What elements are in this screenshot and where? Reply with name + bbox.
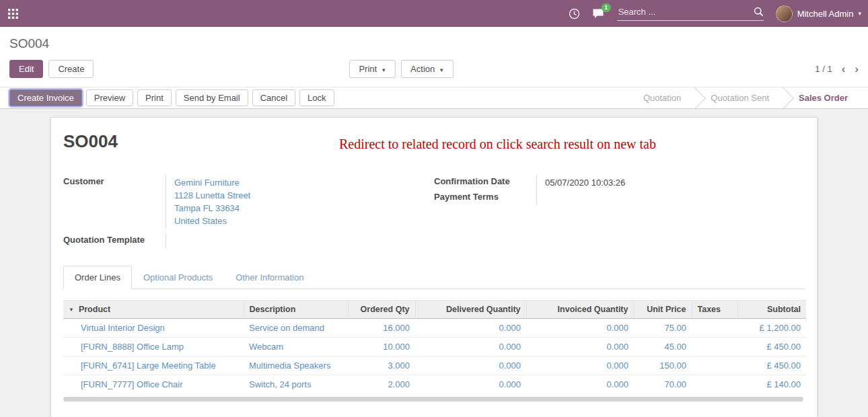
cell-delivered-qty: 0.000 bbox=[415, 319, 526, 338]
chevron-down-icon: ▾ bbox=[858, 10, 861, 17]
messages-count-badge: 1 bbox=[602, 3, 611, 12]
sales-order-sheet: SO004 Redirect to related record on clic… bbox=[50, 117, 818, 417]
customer-address-line: 1128 Lunetta Street bbox=[174, 189, 434, 202]
cell-taxes bbox=[692, 338, 737, 356]
tab-other-information[interactable]: Other Information bbox=[224, 266, 315, 289]
cell-description: Webcam bbox=[244, 338, 348, 356]
lock-button[interactable]: Lock bbox=[299, 89, 334, 106]
cell-taxes bbox=[692, 319, 737, 338]
cell-taxes bbox=[692, 375, 737, 394]
global-search bbox=[617, 6, 764, 21]
status-step-sales-order[interactable]: Sales Order bbox=[784, 87, 863, 109]
confirmation-date-label: Confirmation Date bbox=[434, 175, 536, 190]
cell-description: Service on demand bbox=[244, 319, 348, 338]
quotation-template-value bbox=[166, 233, 434, 248]
cell-subtotal: £ 1,200.00 bbox=[737, 319, 806, 338]
cell-invoiced-qty: 0.000 bbox=[526, 375, 634, 394]
pager-previous-icon[interactable]: ‹ bbox=[842, 63, 846, 75]
search-icon[interactable] bbox=[754, 7, 764, 17]
create-button[interactable]: Create bbox=[48, 60, 94, 78]
notebook-tabs: Order Lines Optional Products Other Info… bbox=[63, 266, 805, 289]
cell-description: Switch, 24 ports bbox=[244, 375, 348, 394]
cell-product: Virtual Interior Design bbox=[63, 319, 244, 338]
table-header-row: ▼Product Description Ordered Qty Deliver… bbox=[63, 301, 806, 319]
cell-ordered-qty: 16.000 bbox=[348, 319, 415, 338]
create-invoice-button[interactable]: Create Invoice bbox=[9, 89, 82, 106]
cell-delivered-qty: 0.000 bbox=[415, 375, 526, 394]
cell-unit-price: 75.00 bbox=[634, 319, 692, 338]
column-header-description[interactable]: Description bbox=[244, 301, 348, 319]
pager-next-icon[interactable]: › bbox=[855, 63, 859, 75]
column-header-ordered-qty[interactable]: Ordered Qty bbox=[348, 301, 415, 319]
cancel-button[interactable]: Cancel bbox=[252, 89, 295, 106]
cell-subtotal: £ 450.00 bbox=[737, 356, 806, 375]
column-header-unit-price[interactable]: Unit Price bbox=[634, 301, 692, 319]
status-step-quotation[interactable]: Quotation bbox=[628, 87, 696, 109]
cell-unit-price: 150.00 bbox=[634, 356, 692, 375]
cell-delivered-qty: 0.000 bbox=[415, 356, 526, 375]
send-by-email-button[interactable]: Send by Email bbox=[176, 89, 248, 106]
column-header-delivered-quantity[interactable]: Delivered Quantity bbox=[415, 301, 526, 319]
column-header-subtotal[interactable]: Subtotal bbox=[737, 301, 806, 319]
table-row[interactable]: [FURN_8888] Office Lamp Webcam 10.000 0.… bbox=[63, 338, 806, 356]
user-menu[interactable]: Mitchell Admin ▾ bbox=[776, 5, 861, 22]
left-field-group: Customer Gemini Furniture 1128 Lunetta S… bbox=[63, 175, 434, 248]
pager-counter: 1 / 1 bbox=[815, 64, 832, 74]
column-header-product[interactable]: ▼Product bbox=[63, 301, 244, 319]
quotation-template-label: Quotation Template bbox=[63, 233, 166, 248]
action-dropdown[interactable]: Action▼ bbox=[401, 60, 454, 78]
table-row[interactable]: [FURN_6741] Large Meeting Table Multimed… bbox=[63, 356, 806, 375]
print-button[interactable]: Print bbox=[137, 89, 172, 106]
cell-subtotal: £ 450.00 bbox=[737, 338, 806, 356]
cell-taxes bbox=[692, 356, 737, 375]
cell-unit-price: 70.00 bbox=[634, 375, 692, 394]
confirmation-date-value: 05/07/2020 10:03:26 bbox=[545, 176, 805, 189]
content-area: SO004 Redirect to related record on clic… bbox=[0, 109, 868, 417]
order-lines-table: ▼Product Description Ordered Qty Deliver… bbox=[63, 300, 806, 393]
payment-terms-value bbox=[536, 190, 805, 205]
customer-label: Customer bbox=[63, 175, 166, 229]
cell-invoiced-qty: 0.000 bbox=[526, 319, 634, 338]
table-row[interactable]: Virtual Interior Design Service on deman… bbox=[63, 319, 806, 338]
pager: 1 / 1 ‹ › bbox=[815, 63, 859, 75]
payment-terms-label: Payment Terms bbox=[434, 190, 536, 205]
breadcrumb: SO004 bbox=[0, 36, 868, 51]
cell-product: [FURN_6741] Large Meeting Table bbox=[63, 356, 244, 375]
tab-optional-products[interactable]: Optional Products bbox=[132, 266, 224, 289]
column-header-taxes[interactable]: Taxes bbox=[692, 301, 737, 319]
cell-subtotal: £ 140.00 bbox=[737, 375, 806, 394]
annotation-note: Redirect to related record on click sear… bbox=[339, 137, 656, 152]
horizontal-scrollbar[interactable] bbox=[63, 397, 803, 402]
preview-button[interactable]: Preview bbox=[86, 89, 133, 106]
edit-button[interactable]: Edit bbox=[9, 60, 43, 78]
messages-icon[interactable]: 1 bbox=[592, 8, 605, 20]
control-panel-buttons: Edit Create Print▼ Action▼ 1 / 1 ‹ › bbox=[0, 60, 868, 78]
status-steps: Quotation Quotation Sent Sales Order bbox=[628, 87, 868, 109]
customer-address-line: Tampa FL 33634 bbox=[174, 202, 434, 215]
print-action-group: Print▼ Action▼ bbox=[349, 60, 454, 78]
cell-description: Multimedia Speakers bbox=[244, 356, 348, 375]
status-step-quotation-sent[interactable]: Quotation Sent bbox=[696, 87, 784, 109]
print-dropdown[interactable]: Print▼ bbox=[349, 60, 396, 78]
cell-ordered-qty: 10.000 bbox=[348, 338, 415, 356]
table-row[interactable]: [FURN_7777] Office Chair Switch, 24 port… bbox=[63, 375, 806, 394]
cell-ordered-qty: 2.000 bbox=[348, 375, 415, 394]
cell-ordered-qty: 3.000 bbox=[348, 356, 415, 375]
user-name: Mitchell Admin bbox=[797, 9, 854, 19]
cell-invoiced-qty: 0.000 bbox=[526, 338, 634, 356]
chevron-down-icon: ▼ bbox=[439, 67, 444, 73]
field-groups: Customer Gemini Furniture 1128 Lunetta S… bbox=[63, 175, 805, 248]
avatar bbox=[776, 5, 793, 22]
customer-address-line: United States bbox=[174, 215, 434, 227]
apps-menu-icon[interactable] bbox=[8, 9, 18, 19]
activities-clock-icon[interactable] bbox=[569, 8, 580, 20]
statusbar: Create Invoice Preview Print Send by Ema… bbox=[0, 87, 868, 109]
edit-create-group: Edit Create bbox=[9, 60, 94, 78]
top-navbar: 1 Mitchell Admin ▾ bbox=[0, 0, 868, 27]
tab-order-lines[interactable]: Order Lines bbox=[63, 266, 132, 289]
column-header-invoiced-quantity[interactable]: Invoiced Quantity bbox=[526, 301, 634, 319]
cell-delivered-qty: 0.000 bbox=[415, 338, 526, 356]
customer-link[interactable]: Gemini Furniture bbox=[174, 176, 434, 189]
right-field-group: Confirmation Date 05/07/2020 10:03:26 Pa… bbox=[434, 175, 805, 248]
search-input[interactable] bbox=[617, 6, 751, 17]
